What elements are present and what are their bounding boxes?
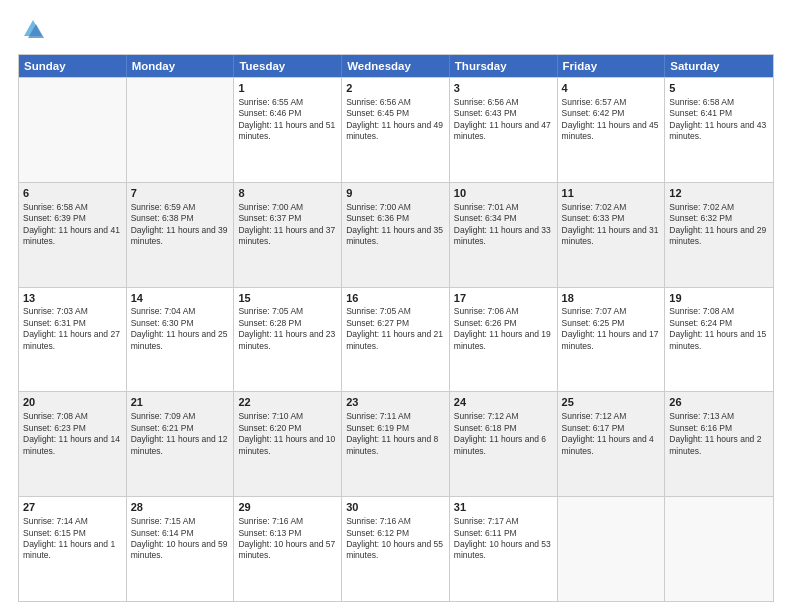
day-number: 19	[669, 291, 769, 306]
day-cell-14: 14Sunrise: 7:04 AMSunset: 6:30 PMDayligh…	[127, 288, 235, 392]
day-cell-27: 27Sunrise: 7:14 AMSunset: 6:15 PMDayligh…	[19, 497, 127, 601]
cell-text-line: Sunrise: 7:09 AM	[131, 411, 230, 422]
cell-text-line: Sunset: 6:28 PM	[238, 318, 337, 329]
cell-text-line: Sunset: 6:33 PM	[562, 213, 661, 224]
cell-text-line: Daylight: 11 hours and 15 minutes.	[669, 329, 769, 352]
cell-text-line: Sunset: 6:41 PM	[669, 108, 769, 119]
cell-text-line: Sunrise: 7:12 AM	[562, 411, 661, 422]
cell-text-line: Sunrise: 6:58 AM	[23, 202, 122, 213]
cell-text-line: Sunset: 6:38 PM	[131, 213, 230, 224]
week-row-4: 20Sunrise: 7:08 AMSunset: 6:23 PMDayligh…	[19, 391, 773, 496]
cell-text-line: Daylight: 10 hours and 53 minutes.	[454, 539, 553, 562]
cell-text-line: Sunset: 6:14 PM	[131, 528, 230, 539]
day-cell-24: 24Sunrise: 7:12 AMSunset: 6:18 PMDayligh…	[450, 392, 558, 496]
cell-text-line: Daylight: 11 hours and 14 minutes.	[23, 434, 122, 457]
day-cell-30: 30Sunrise: 7:16 AMSunset: 6:12 PMDayligh…	[342, 497, 450, 601]
day-cell-23: 23Sunrise: 7:11 AMSunset: 6:19 PMDayligh…	[342, 392, 450, 496]
cell-text-line: Daylight: 11 hours and 49 minutes.	[346, 120, 445, 143]
day-cell-20: 20Sunrise: 7:08 AMSunset: 6:23 PMDayligh…	[19, 392, 127, 496]
cell-text-line: Sunrise: 6:55 AM	[238, 97, 337, 108]
cell-text-line: Sunrise: 7:02 AM	[562, 202, 661, 213]
day-cell-16: 16Sunrise: 7:05 AMSunset: 6:27 PMDayligh…	[342, 288, 450, 392]
cell-text-line: Daylight: 11 hours and 19 minutes.	[454, 329, 553, 352]
day-number: 4	[562, 81, 661, 96]
cell-text-line: Sunrise: 7:02 AM	[669, 202, 769, 213]
cell-text-line: Sunrise: 6:59 AM	[131, 202, 230, 213]
cell-text-line: Sunrise: 6:56 AM	[454, 97, 553, 108]
cell-text-line: Sunrise: 7:10 AM	[238, 411, 337, 422]
day-number: 8	[238, 186, 337, 201]
cell-text-line: Daylight: 11 hours and 17 minutes.	[562, 329, 661, 352]
cell-text-line: Daylight: 11 hours and 12 minutes.	[131, 434, 230, 457]
cell-text-line: Daylight: 11 hours and 35 minutes.	[346, 225, 445, 248]
cell-text-line: Daylight: 11 hours and 2 minutes.	[669, 434, 769, 457]
day-number: 18	[562, 291, 661, 306]
cell-text-line: Sunrise: 7:15 AM	[131, 516, 230, 527]
day-number: 3	[454, 81, 553, 96]
week-row-3: 13Sunrise: 7:03 AMSunset: 6:31 PMDayligh…	[19, 287, 773, 392]
calendar-header: SundayMondayTuesdayWednesdayThursdayFrid…	[19, 55, 773, 77]
cell-text-line: Sunrise: 7:16 AM	[346, 516, 445, 527]
day-cell-19: 19Sunrise: 7:08 AMSunset: 6:24 PMDayligh…	[665, 288, 773, 392]
cell-text-line: Sunset: 6:34 PM	[454, 213, 553, 224]
cell-text-line: Sunrise: 7:12 AM	[454, 411, 553, 422]
cell-text-line: Sunset: 6:31 PM	[23, 318, 122, 329]
page: SundayMondayTuesdayWednesdayThursdayFrid…	[0, 0, 792, 612]
cell-text-line: Sunset: 6:46 PM	[238, 108, 337, 119]
day-cell-10: 10Sunrise: 7:01 AMSunset: 6:34 PMDayligh…	[450, 183, 558, 287]
cell-text-line: Sunrise: 7:05 AM	[346, 306, 445, 317]
cell-text-line: Sunrise: 6:56 AM	[346, 97, 445, 108]
cell-text-line: Daylight: 11 hours and 29 minutes.	[669, 225, 769, 248]
cell-text-line: Daylight: 11 hours and 47 minutes.	[454, 120, 553, 143]
day-cell-1: 1Sunrise: 6:55 AMSunset: 6:46 PMDaylight…	[234, 78, 342, 182]
cell-text-line: Sunrise: 7:07 AM	[562, 306, 661, 317]
empty-cell	[19, 78, 127, 182]
cell-text-line: Sunset: 6:24 PM	[669, 318, 769, 329]
day-cell-4: 4Sunrise: 6:57 AMSunset: 6:42 PMDaylight…	[558, 78, 666, 182]
cell-text-line: Sunrise: 6:58 AM	[669, 97, 769, 108]
cell-text-line: Daylight: 10 hours and 59 minutes.	[131, 539, 230, 562]
day-cell-6: 6Sunrise: 6:58 AMSunset: 6:39 PMDaylight…	[19, 183, 127, 287]
day-number: 25	[562, 395, 661, 410]
day-header-monday: Monday	[127, 55, 235, 77]
calendar: SundayMondayTuesdayWednesdayThursdayFrid…	[18, 54, 774, 602]
day-number: 11	[562, 186, 661, 201]
cell-text-line: Daylight: 10 hours and 55 minutes.	[346, 539, 445, 562]
cell-text-line: Daylight: 11 hours and 31 minutes.	[562, 225, 661, 248]
day-number: 5	[669, 81, 769, 96]
day-number: 10	[454, 186, 553, 201]
cell-text-line: Daylight: 11 hours and 51 minutes.	[238, 120, 337, 143]
day-number: 28	[131, 500, 230, 515]
day-number: 22	[238, 395, 337, 410]
cell-text-line: Sunset: 6:15 PM	[23, 528, 122, 539]
cell-text-line: Sunset: 6:36 PM	[346, 213, 445, 224]
cell-text-line: Sunset: 6:43 PM	[454, 108, 553, 119]
cell-text-line: Daylight: 11 hours and 10 minutes.	[238, 434, 337, 457]
day-cell-21: 21Sunrise: 7:09 AMSunset: 6:21 PMDayligh…	[127, 392, 235, 496]
cell-text-line: Sunrise: 7:01 AM	[454, 202, 553, 213]
day-cell-18: 18Sunrise: 7:07 AMSunset: 6:25 PMDayligh…	[558, 288, 666, 392]
cell-text-line: Sunset: 6:16 PM	[669, 423, 769, 434]
header	[18, 18, 774, 44]
cell-text-line: Daylight: 11 hours and 21 minutes.	[346, 329, 445, 352]
day-cell-15: 15Sunrise: 7:05 AMSunset: 6:28 PMDayligh…	[234, 288, 342, 392]
cell-text-line: Daylight: 11 hours and 27 minutes.	[23, 329, 122, 352]
day-cell-22: 22Sunrise: 7:10 AMSunset: 6:20 PMDayligh…	[234, 392, 342, 496]
cell-text-line: Sunrise: 7:06 AM	[454, 306, 553, 317]
day-number: 20	[23, 395, 122, 410]
cell-text-line: Sunrise: 6:57 AM	[562, 97, 661, 108]
day-cell-31: 31Sunrise: 7:17 AMSunset: 6:11 PMDayligh…	[450, 497, 558, 601]
empty-cell	[558, 497, 666, 601]
cell-text-line: Daylight: 11 hours and 1 minute.	[23, 539, 122, 562]
logo-icon	[22, 18, 44, 44]
cell-text-line: Daylight: 11 hours and 4 minutes.	[562, 434, 661, 457]
empty-cell	[665, 497, 773, 601]
day-header-wednesday: Wednesday	[342, 55, 450, 77]
week-row-2: 6Sunrise: 6:58 AMSunset: 6:39 PMDaylight…	[19, 182, 773, 287]
cell-text-line: Sunset: 6:42 PM	[562, 108, 661, 119]
day-cell-12: 12Sunrise: 7:02 AMSunset: 6:32 PMDayligh…	[665, 183, 773, 287]
cell-text-line: Sunrise: 7:14 AM	[23, 516, 122, 527]
day-cell-9: 9Sunrise: 7:00 AMSunset: 6:36 PMDaylight…	[342, 183, 450, 287]
day-header-friday: Friday	[558, 55, 666, 77]
cell-text-line: Sunset: 6:26 PM	[454, 318, 553, 329]
